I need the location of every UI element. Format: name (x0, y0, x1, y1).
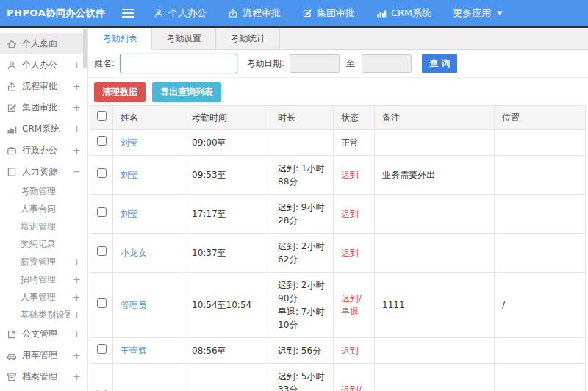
sidebar-item-workflow-approval[interactable]: 流程审批+ (0, 76, 87, 97)
date-from-input[interactable] (290, 54, 340, 73)
sidebar-item-admin-office[interactable]: 行政办公+ (0, 140, 87, 161)
row-checkbox-cell (90, 156, 113, 195)
app-logo: PHPOA协同办公软件 (0, 7, 121, 20)
duration-line: 迟到: 5小时33分 (278, 370, 326, 391)
nav-item-personal-office[interactable]: 个人办公 (154, 7, 207, 20)
sidebar-item-personal-desktop[interactable]: 个人桌面 (0, 33, 87, 54)
duration-cell: 迟到: 2小时62分 (270, 234, 334, 273)
sidebar-item-label: 个人桌面 (22, 37, 81, 50)
sidebar-item-label: 人事管理 (21, 291, 70, 304)
query-button[interactable]: 查 询 (422, 54, 457, 73)
row-checkbox[interactable] (97, 344, 107, 354)
export-list-button[interactable]: 导出查询列表 (152, 82, 221, 102)
column-header: 备注 (375, 106, 495, 130)
sidebar-item-personnel-mgmt[interactable]: 人事管理+ (0, 288, 87, 306)
attendance-time-cell: 17:17至 (184, 195, 270, 234)
name-link[interactable]: 刘莹 (121, 170, 138, 180)
duration-cell (270, 130, 334, 156)
tab-bar: 考勤列表考勤设置考勤统计 (88, 28, 588, 50)
attendance-date-label: 考勤日期: (246, 57, 284, 70)
expand-plus-icon: + (73, 102, 81, 113)
duration-line: 早退: 7小时10分 (278, 305, 326, 331)
select-all-checkbox[interactable] (97, 111, 107, 121)
sidebar-item-archive-mgmt[interactable]: 档案管理+ (0, 366, 87, 387)
nav-item-crm-system[interactable]: CRM系统 (376, 7, 431, 20)
date-to-input[interactable] (362, 54, 412, 73)
sidebar-item-recruit-mgmt[interactable]: 招聘管理+ (0, 270, 87, 288)
column-header: 位置 (495, 106, 586, 130)
note-cell: 业务需要外出 (375, 156, 495, 195)
sidebar-item-label: 基础类别设置 (21, 309, 70, 321)
expand-plus-icon: + (73, 350, 81, 361)
book-icon (7, 167, 17, 177)
name-link[interactable]: 小龙女 (121, 248, 147, 258)
nav-item-more-apps[interactable]: 更多应用 (453, 7, 503, 20)
row-checkbox[interactable] (97, 136, 107, 146)
sidebar-item-hr[interactable]: 人力资源− (0, 161, 87, 182)
nav-item-group-approval[interactable]: 集团审批 (302, 7, 355, 20)
menu-icon[interactable] (121, 8, 135, 18)
top-nav: 个人办公流程审批集团审批CRM系统更多应用 (154, 7, 525, 20)
column-header: 姓名 (113, 106, 184, 130)
row-checkbox[interactable] (97, 246, 107, 256)
sidebar-item-training-mgmt[interactable]: 培训管理 (0, 218, 87, 235)
duration-line: 迟到: 9小时28分 (278, 201, 326, 227)
sidebar-item-document-mgmt[interactable]: 公文管理+ (0, 323, 87, 345)
location-cell (495, 130, 586, 156)
sidebar-scrollbar-thumb[interactable] (83, 29, 87, 68)
table-header-row: 姓名考勤时间时长状态备注位置 (90, 106, 586, 130)
name-input[interactable] (120, 54, 237, 73)
note-cell (375, 234, 495, 273)
table-row: 管理员10:54至10:54迟到: 2小时90分早退: 7小时10分迟到/早退1… (90, 273, 586, 338)
sidebar-item-label: 人力资源 (22, 165, 70, 178)
sidebar-item-vehicle-mgmt[interactable]: 用车管理+ (0, 345, 87, 366)
nav-item-label: 更多应用 (453, 7, 491, 20)
name-link[interactable]: 刘莹 (121, 137, 138, 148)
sidebar-item-label: 人事合同 (21, 203, 81, 215)
share-icon (228, 8, 238, 18)
collapse-minus-icon: − (73, 166, 81, 177)
nav-item-label: CRM系统 (391, 7, 431, 20)
top-navbar: PHPOA协同办公软件 个人办公流程审批集团审批CRM系统更多应用 (0, 0, 588, 26)
name-link[interactable]: 王壹辉 (121, 345, 147, 356)
note-cell (375, 364, 495, 391)
row-checkbox[interactable] (97, 168, 107, 178)
row-checkbox[interactable] (97, 298, 107, 308)
attendance-time-cell: 10:37至 (184, 234, 270, 273)
sidebar-item-label: 奖惩记录 (21, 238, 81, 251)
status-badge: 迟到 (341, 170, 359, 180)
note-cell (375, 338, 495, 364)
expand-plus-icon: + (73, 309, 81, 320)
sidebar-item-personal-office[interactable]: 个人办公+ (0, 54, 87, 76)
name-link[interactable]: 刘莹 (121, 209, 138, 219)
sidebar-item-project-mgmt[interactable]: 项目管理+ (0, 387, 87, 391)
row-checkbox[interactable] (97, 207, 107, 217)
sidebar-item-group-approval[interactable]: 集团审批+ (0, 97, 87, 118)
action-bar: 清理数据 导出查询列表 (88, 78, 588, 104)
sidebar-item-salary-mgmt[interactable]: 薪资管理+ (0, 253, 87, 270)
sidebar-item-base-category-settings[interactable]: 基础类别设置+ (0, 306, 87, 323)
sidebar-item-label: CRM系统 (22, 123, 70, 135)
attendance-table: 姓名考勤时间时长状态备注位置 刘莹09:00至正常刘莹09:53至迟到: 1小时… (90, 105, 586, 391)
sidebar-item-hr-contract[interactable]: 人事合同 (0, 200, 87, 218)
attendance-time-cell: 09:53至 (184, 156, 270, 195)
sidebar-item-label: 薪资管理 (21, 256, 70, 268)
status-cell: 迟到 (334, 234, 375, 273)
location-cell: / (495, 273, 586, 338)
expand-plus-icon: + (73, 274, 81, 285)
tab-attendance-stats[interactable]: 考勤统计 (216, 28, 280, 49)
table-row: 刘莹09:53至迟到: 1小时88分迟到业务需要外出 (90, 156, 586, 195)
clear-data-button[interactable]: 清理数据 (94, 82, 146, 102)
nav-item-workflow-approval[interactable]: 流程审批 (228, 7, 281, 20)
table-body: 刘莹09:00至正常刘莹09:53至迟到: 1小时88分迟到业务需要外出刘莹17… (90, 130, 586, 391)
expand-plus-icon: + (73, 81, 81, 92)
sidebar-item-attendance-mgmt[interactable]: 考勤管理 (0, 182, 87, 200)
expand-plus-icon: + (73, 257, 81, 268)
duration-cell: 迟到: 56分 (270, 338, 334, 364)
tab-attendance-settings[interactable]: 考勤设置 (152, 28, 216, 49)
sidebar-item-label: 培训管理 (21, 220, 81, 233)
name-link[interactable]: 管理员 (121, 300, 147, 310)
sidebar-item-reward-record[interactable]: 奖惩记录 (0, 235, 87, 253)
sidebar-item-crm-system[interactable]: CRM系统+ (0, 118, 87, 140)
tab-attendance-list[interactable]: 考勤列表 (88, 28, 152, 50)
